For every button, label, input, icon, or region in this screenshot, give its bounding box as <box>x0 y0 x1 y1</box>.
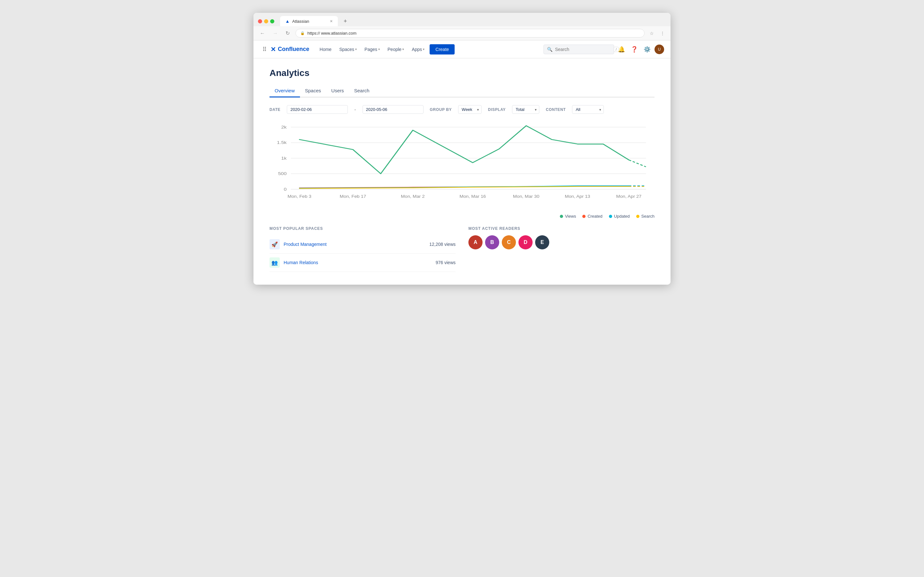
chevron-down-icon: ▾ <box>355 47 357 51</box>
date-to-input[interactable] <box>363 105 423 114</box>
back-button[interactable]: ← <box>258 30 267 37</box>
space-icon-hr: 👥 <box>270 258 280 268</box>
nav-right: 🔍 / 🔔 ❓ ⚙️ U <box>543 44 664 55</box>
forward-button[interactable]: → <box>271 30 280 37</box>
nav-spaces[interactable]: Spaces ▾ <box>335 40 360 58</box>
create-button[interactable]: Create <box>430 44 455 55</box>
search-icon: 🔍 <box>547 47 552 52</box>
tab-title: Atlassian <box>292 19 309 24</box>
svg-text:Mon, Apr 27: Mon, Apr 27 <box>616 195 641 199</box>
reader-avatar-5[interactable]: E <box>535 235 549 250</box>
tab-close-button[interactable]: ✕ <box>330 19 333 23</box>
confluence-logo[interactable]: ✕ Confluence <box>270 45 309 53</box>
atlassian-favicon-icon: ▲ <box>285 19 290 24</box>
nav-spaces-label: Spaces <box>339 47 354 52</box>
readers-avatars: A B C D E <box>468 235 654 250</box>
tab-users[interactable]: Users <box>326 85 349 97</box>
most-active-readers: MOST ACTIVE READERS A B C D E <box>468 226 654 272</box>
help-button[interactable]: ❓ <box>629 44 640 55</box>
more-options-icon[interactable]: ⋮ <box>659 30 666 37</box>
views-dot <box>560 215 563 218</box>
analytics-chart: 2k 1.5k 1k 500 0 Mon, Feb 3 Mon, Feb 17 … <box>270 120 654 210</box>
nav-pages[interactable]: Pages ▾ <box>360 40 384 58</box>
user-avatar[interactable]: U <box>654 45 664 54</box>
tab-search[interactable]: Search <box>349 85 375 97</box>
space-views-pm: 12,208 views <box>429 242 456 247</box>
space-views-hr: 976 views <box>436 260 456 265</box>
svg-text:Mon, Mar 2: Mon, Mar 2 <box>401 195 425 199</box>
nav-people[interactable]: People ▾ <box>384 40 408 58</box>
svg-text:500: 500 <box>278 171 287 176</box>
legend-views-label: Views <box>565 214 576 219</box>
content-filter-label: CONTENT <box>546 107 565 112</box>
analytics-tabs: Overview Spaces Users Search <box>270 85 654 97</box>
space-item-hr: 👥 Human Relations 976 views <box>270 253 456 272</box>
group-by-select[interactable]: Week Day Month <box>458 105 481 114</box>
reload-button[interactable]: ↻ <box>284 29 292 37</box>
svg-text:Mon, Feb 3: Mon, Feb 3 <box>288 195 311 199</box>
tab-overview[interactable]: Overview <box>270 85 300 97</box>
display-label: DISPLAY <box>488 107 506 112</box>
new-tab-button[interactable]: + <box>341 17 350 26</box>
chevron-down-icon: ▾ <box>423 47 425 51</box>
nav-apps-label: Apps <box>412 47 422 52</box>
date-separator: - <box>354 107 356 113</box>
svg-text:Mon, Mar 16: Mon, Mar 16 <box>459 195 486 199</box>
svg-text:1k: 1k <box>281 156 287 160</box>
reader-avatar-2[interactable]: B <box>485 235 499 250</box>
space-icon-pm: 🚀 <box>270 239 280 250</box>
svg-text:1.5k: 1.5k <box>277 140 287 145</box>
settings-button[interactable]: ⚙️ <box>642 44 653 55</box>
legend-views: Views <box>560 214 576 219</box>
search-input[interactable] <box>555 47 611 52</box>
space-item: 🚀 Product Management 12,208 views <box>270 235 456 253</box>
reader-avatar-4[interactable]: D <box>519 235 533 250</box>
grid-icon[interactable]: ⠿ <box>260 43 269 55</box>
page-content: Analytics Overview Spaces Users Search D… <box>254 58 670 285</box>
maximize-button[interactable] <box>270 19 274 23</box>
minimize-button[interactable] <box>264 19 268 23</box>
chevron-down-icon: ▾ <box>378 47 380 51</box>
created-dot <box>582 215 586 218</box>
nav-people-label: People <box>388 47 402 52</box>
svg-text:Mon, Mar 30: Mon, Mar 30 <box>513 195 540 199</box>
date-from-input[interactable] <box>287 105 348 114</box>
bookmark-icon[interactable]: ☆ <box>648 30 655 37</box>
nav-home-label: Home <box>320 47 331 52</box>
app-navbar: ⠿ ✕ Confluence Home Spaces ▾ Pages ▾ Peo… <box>254 40 670 58</box>
updated-dot <box>609 215 612 218</box>
nav-home[interactable]: Home <box>316 40 335 58</box>
svg-text:2k: 2k <box>281 125 287 129</box>
legend-created: Created <box>582 214 602 219</box>
legend-updated: Updated <box>609 214 630 219</box>
url-text: https:// www.atlassian.com <box>307 31 640 35</box>
logo-text: Confluence <box>278 46 309 53</box>
tab-spaces[interactable]: Spaces <box>300 85 326 97</box>
space-name-pm[interactable]: Product Management <box>284 242 326 247</box>
space-name-hr[interactable]: Human Relations <box>284 260 318 265</box>
bottom-sections: MOST POPULAR SPACES 🚀 Product Management… <box>270 226 654 272</box>
chart-svg: 2k 1.5k 1k 500 0 Mon, Feb 3 Mon, Feb 17 … <box>270 120 654 210</box>
svg-text:Mon, Apr 13: Mon, Apr 13 <box>565 195 590 199</box>
content-select[interactable]: All Pages Blog Posts <box>572 105 604 114</box>
content-select-wrap: All Pages Blog Posts <box>572 105 604 114</box>
notifications-button[interactable]: 🔔 <box>616 44 627 55</box>
nav-links: Home Spaces ▾ Pages ▾ People ▾ Apps ▾ <box>316 40 428 58</box>
svg-text:0: 0 <box>284 187 286 191</box>
nav-apps[interactable]: Apps ▾ <box>408 40 428 58</box>
lock-icon: 🔒 <box>300 31 305 35</box>
group-by-select-wrap: Week Day Month <box>458 105 481 114</box>
legend-search: Search <box>636 214 654 219</box>
global-search-bar[interactable]: 🔍 / <box>543 45 614 54</box>
chevron-down-icon: ▾ <box>402 47 404 51</box>
legend-created-label: Created <box>588 214 602 219</box>
legend-search-label: Search <box>641 214 654 219</box>
browser-tab[interactable]: ▲ Atlassian ✕ <box>280 16 338 26</box>
address-bar[interactable]: 🔒 https:// www.atlassian.com <box>296 29 645 37</box>
display-select[interactable]: Total Average <box>512 105 540 114</box>
filter-bar: DATE - GROUP BY Week Day Month DISPLAY T… <box>270 105 654 114</box>
reader-avatar-1[interactable]: A <box>468 235 483 250</box>
close-button[interactable] <box>258 19 262 23</box>
group-by-label: GROUP BY <box>430 107 452 112</box>
reader-avatar-3[interactable]: C <box>502 235 516 250</box>
